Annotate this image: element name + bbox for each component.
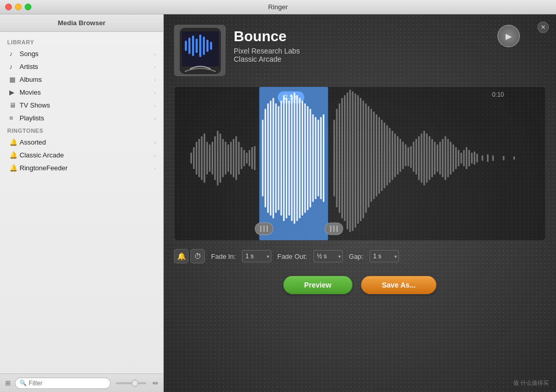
- svg-rect-113: [463, 150, 465, 166]
- sidebar-item-movies[interactable]: ▶ Movies ›: [2, 86, 161, 99]
- svg-rect-86: [392, 131, 393, 180]
- fade-out-select-wrap[interactable]: ½ s None ¼ s 1 s 2 s 3 s: [314, 250, 343, 262]
- svg-rect-36: [254, 146, 255, 170]
- svg-rect-47: [281, 101, 282, 216]
- svg-rect-65: [336, 109, 338, 208]
- close-button[interactable]: [5, 4, 12, 10]
- svg-rect-51: [291, 95, 292, 221]
- svg-rect-122: [503, 156, 505, 161]
- assorted-label: Assorted: [20, 138, 154, 146]
- clock-mode-button[interactable]: ⏱: [190, 249, 205, 263]
- svg-rect-114: [466, 147, 467, 169]
- svg-rect-50: [288, 101, 290, 216]
- fade-out-label: Fade Out:: [277, 253, 307, 260]
- svg-rect-119: [482, 155, 483, 161]
- chevron-right-icon: ›: [154, 90, 156, 96]
- maximize-button[interactable]: [25, 4, 31, 10]
- sidebar-item-tvshows[interactable]: 🖥 TV Shows ›: [2, 99, 161, 112]
- svg-rect-53: [297, 95, 298, 221]
- svg-rect-92: [408, 147, 409, 166]
- tv-icon: 🖥: [9, 101, 20, 109]
- svg-rect-112: [460, 153, 462, 164]
- ringtones-section-label: RINGTONES: [0, 124, 163, 136]
- fade-in-select-wrap[interactable]: 1 s None ¼ s ½ s 2 s 3 s: [242, 250, 271, 262]
- svg-rect-123: [513, 156, 515, 159]
- zoom-slider-track[interactable]: [116, 382, 146, 384]
- sidebar-item-assorted[interactable]: 🔔 Assorted ›: [2, 136, 161, 149]
- action-buttons: Preview Save As...: [174, 276, 546, 294]
- add-folder-icon[interactable]: ⊞: [4, 378, 12, 388]
- svg-rect-95: [415, 139, 417, 174]
- svg-rect-29: [235, 136, 237, 180]
- svg-rect-45: [275, 103, 276, 213]
- svg-rect-30: [238, 141, 239, 174]
- zoom-slider-thumb[interactable]: [131, 380, 138, 387]
- preview-button[interactable]: Preview: [283, 276, 353, 294]
- svg-rect-24: [222, 139, 224, 177]
- svg-rect-27: [230, 141, 232, 174]
- main-container: Media Browser LIBRARY ♪ Songs › ♪ Artist…: [0, 14, 556, 392]
- svg-rect-76: [365, 103, 367, 213]
- svg-rect-61: [318, 120, 319, 197]
- minimize-button[interactable]: [15, 4, 22, 10]
- albums-label: Albums: [20, 76, 154, 83]
- bell-mode-button[interactable]: 🔔: [174, 249, 188, 263]
- chevron-right-icon: ›: [154, 115, 156, 121]
- chevron-right-icon: ›: [154, 152, 156, 158]
- sidebar-content: LIBRARY ♪ Songs › ♪ Artists › ▦ Albums ›…: [0, 32, 163, 373]
- play-button[interactable]: ▶: [497, 25, 520, 47]
- svg-rect-32: [244, 150, 245, 166]
- svg-rect-5: [192, 35, 194, 56]
- svg-rect-48: [283, 95, 285, 221]
- gap-select-wrap[interactable]: 1 s None ¼ s ½ s 2 s 3 s: [370, 250, 399, 262]
- time-marker: 0:10: [492, 91, 504, 98]
- song-artist: Pixel Research Labs: [234, 47, 300, 55]
- svg-rect-80: [376, 114, 377, 197]
- svg-rect-26: [228, 145, 229, 172]
- svg-rect-110: [455, 147, 457, 169]
- movies-label: Movies: [20, 88, 154, 96]
- svg-rect-99: [426, 133, 428, 183]
- sidebar-item-classic-arcade[interactable]: 🔔 Classic Arcade ›: [2, 149, 161, 162]
- sidebar-item-songs[interactable]: ♪ Songs ›: [2, 47, 161, 60]
- svg-rect-6: [196, 39, 198, 53]
- resize-icon[interactable]: ⇔: [151, 378, 159, 388]
- sidebar-item-artists[interactable]: ♪ Artists ›: [2, 60, 161, 73]
- svg-rect-82: [381, 120, 383, 191]
- content-close-button[interactable]: ✕: [537, 22, 549, 33]
- svg-rect-79: [373, 112, 375, 199]
- svg-rect-100: [429, 136, 430, 180]
- svg-rect-69: [346, 93, 348, 229]
- filter-input[interactable]: [29, 380, 106, 387]
- sidebar-item-ringtone-feeder[interactable]: 🔔 RingtoneFeeder ›: [2, 162, 161, 174]
- svg-rect-18: [206, 141, 208, 174]
- sidebar-item-playlists[interactable]: ≡ Playlists ›: [2, 112, 161, 124]
- fade-in-label: Fade In:: [211, 253, 236, 260]
- save-as-button[interactable]: Save As...: [361, 276, 437, 294]
- sidebar-item-albums[interactable]: ▦ Albums ›: [2, 73, 161, 86]
- svg-rect-117: [474, 152, 475, 165]
- title-bar: Ringer: [0, 0, 556, 14]
- svg-rect-90: [402, 141, 404, 169]
- svg-rect-74: [360, 98, 361, 221]
- filter-box: 🔍: [15, 378, 111, 389]
- svg-rect-106: [445, 136, 446, 180]
- svg-rect-55: [302, 101, 303, 216]
- fade-out-select[interactable]: ½ s None ¼ s 1 s 2 s 3 s: [314, 250, 343, 262]
- svg-rect-98: [423, 131, 425, 185]
- svg-rect-60: [315, 117, 317, 200]
- svg-rect-62: [320, 117, 322, 200]
- bell-icon: 🔔: [9, 151, 20, 159]
- classic-arcade-label: Classic Arcade: [20, 151, 154, 159]
- song-album: Classic Arcade: [234, 55, 300, 63]
- window-controls[interactable]: [5, 4, 31, 10]
- fade-in-select[interactable]: 1 s None ¼ s ½ s 2 s 3 s: [242, 250, 271, 262]
- gap-label: Gap:: [349, 253, 363, 260]
- svg-rect-21: [214, 136, 216, 180]
- chevron-right-icon: ›: [154, 77, 156, 83]
- waveform-container[interactable]: 0:10: [174, 86, 546, 241]
- svg-rect-41: [265, 109, 266, 208]
- gap-select[interactable]: 1 s None ¼ s ½ s 2 s 3 s: [370, 250, 399, 262]
- svg-rect-25: [225, 141, 227, 174]
- svg-rect-101: [431, 139, 433, 177]
